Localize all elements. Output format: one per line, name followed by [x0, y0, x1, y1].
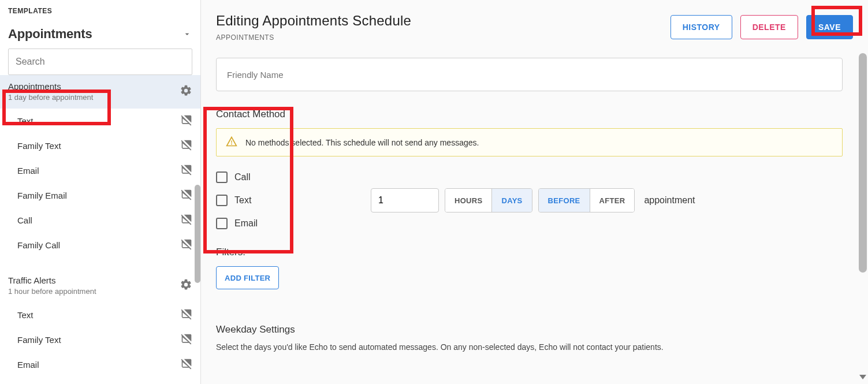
schedule-item-appointments[interactable]: Appointments 1 day before appointment [0, 75, 200, 109]
filters-section: Filters: ADD FILTER [216, 247, 843, 289]
template-label: Email [17, 166, 39, 176]
checkbox-text[interactable]: Text [216, 195, 258, 206]
template-label: Text [17, 116, 33, 126]
sidebar: TEMPLATES Appointments Appointments 1 da… [0, 0, 201, 384]
template-item-text[interactable]: Text [0, 303, 200, 327]
svg-rect-1 [231, 140, 232, 143]
gear-icon[interactable] [180, 84, 192, 99]
template-item-family-text[interactable]: Family Text [0, 133, 200, 158]
timing-controls: HOURS DAYS BEFORE AFTER appointment [371, 188, 695, 212]
checkbox-label: Text [234, 195, 251, 206]
unit-hours-button[interactable]: HOURS [445, 189, 492, 212]
speaker-notes-off-icon [181, 189, 192, 202]
template-item-email[interactable]: Email [0, 158, 200, 183]
speaker-notes-off-icon [181, 114, 192, 128]
weekday-section: Weekday Settings Select the days you'd l… [216, 324, 843, 352]
rel-before-button[interactable]: BEFORE [539, 189, 590, 212]
checkbox-icon [216, 172, 228, 183]
template-label: Family Text [17, 141, 61, 151]
filters-label: Filters: [216, 247, 843, 258]
sidebar-scrollbar[interactable] [195, 185, 200, 283]
weekday-desc: Select the days you'd like Echo to send … [216, 342, 843, 352]
history-button[interactable]: HISTORY [670, 15, 732, 39]
checkbox-icon [216, 218, 228, 229]
warning-icon [226, 136, 237, 149]
timing-suffix: appointment [644, 195, 695, 206]
checkbox-label: Email [234, 218, 258, 229]
timing-number-input[interactable] [371, 188, 439, 212]
speaker-notes-off-icon [181, 238, 192, 252]
templates-heading: TEMPLATES [8, 7, 192, 15]
section-title: Appointments [8, 27, 92, 42]
friendly-name-field[interactable] [216, 58, 843, 91]
schedule-title: Appointments [8, 81, 93, 92]
template-item-text[interactable]: Text [0, 109, 200, 133]
main-panel: Editing Appointments Schedule APPOINTMEN… [201, 0, 868, 384]
checkbox-call[interactable]: Call [216, 172, 258, 183]
template-label: Family Email [17, 191, 67, 200]
template-label: Family Call [17, 240, 60, 250]
gear-icon[interactable] [180, 278, 192, 293]
template-item-call[interactable]: Call [0, 208, 200, 233]
chevron-down-icon[interactable] [182, 29, 192, 39]
main-content: Contact Method No methods selected. This… [201, 52, 858, 384]
template-item-family-email[interactable]: Family Email [0, 183, 200, 208]
schedule-title: Traffic Alerts [8, 275, 96, 286]
speaker-notes-off-icon [181, 308, 192, 322]
rel-after-button[interactable]: AFTER [590, 189, 635, 212]
main-scrollbar[interactable] [859, 53, 867, 273]
template-item-email[interactable]: Email [0, 352, 200, 377]
page-title: Editing Appointments Schedule [216, 13, 411, 29]
warning-box: No methods selected. This schedule will … [216, 128, 843, 156]
add-filter-button[interactable]: ADD FILTER [216, 266, 279, 289]
warning-text: No methods selected. This schedule will … [245, 138, 479, 147]
save-button[interactable]: SAVE [806, 15, 853, 39]
speaker-notes-off-icon [181, 333, 192, 346]
checkbox-email[interactable]: Email [216, 218, 258, 229]
speaker-notes-off-icon [181, 358, 192, 371]
friendly-name-input[interactable] [227, 70, 832, 80]
speaker-notes-off-icon [181, 214, 192, 227]
template-item-family-call[interactable]: Family Call [0, 233, 200, 258]
timing-relation-group: BEFORE AFTER [538, 188, 635, 212]
template-label: Email [17, 360, 39, 370]
weekday-title: Weekday Settings [216, 324, 843, 335]
template-label: Text [17, 310, 33, 320]
unit-days-button[interactable]: DAYS [492, 189, 531, 212]
delete-button[interactable]: DELETE [740, 15, 798, 39]
search-input[interactable] [16, 57, 185, 67]
section-header-appointments[interactable]: Appointments [8, 22, 192, 49]
speaker-notes-off-icon [181, 164, 192, 177]
template-label: Call [17, 215, 32, 225]
svg-point-0 [231, 144, 232, 145]
template-label: Family Text [17, 335, 61, 345]
search-input-container[interactable] [8, 49, 192, 75]
speaker-notes-off-icon [181, 139, 192, 152]
schedule-item-traffic-alerts[interactable]: Traffic Alerts 1 hour before appointment [0, 269, 200, 303]
template-item-family-text[interactable]: Family Text [0, 327, 200, 352]
checkbox-label: Call [234, 172, 251, 182]
timing-unit-group: HOURS DAYS [445, 188, 532, 212]
schedule-subtitle: 1 hour before appointment [8, 286, 96, 297]
checkbox-icon [216, 195, 228, 206]
contact-method-options: Call Text Email [216, 172, 258, 229]
schedule-subtitle: 1 day before appointment [8, 92, 93, 103]
scroll-down-caret-icon[interactable] [859, 375, 866, 379]
breadcrumb: APPOINTMENTS [216, 33, 411, 42]
contact-method-header: Contact Method [216, 109, 843, 120]
schedule-list: Appointments 1 day before appointment Te… [0, 75, 200, 384]
